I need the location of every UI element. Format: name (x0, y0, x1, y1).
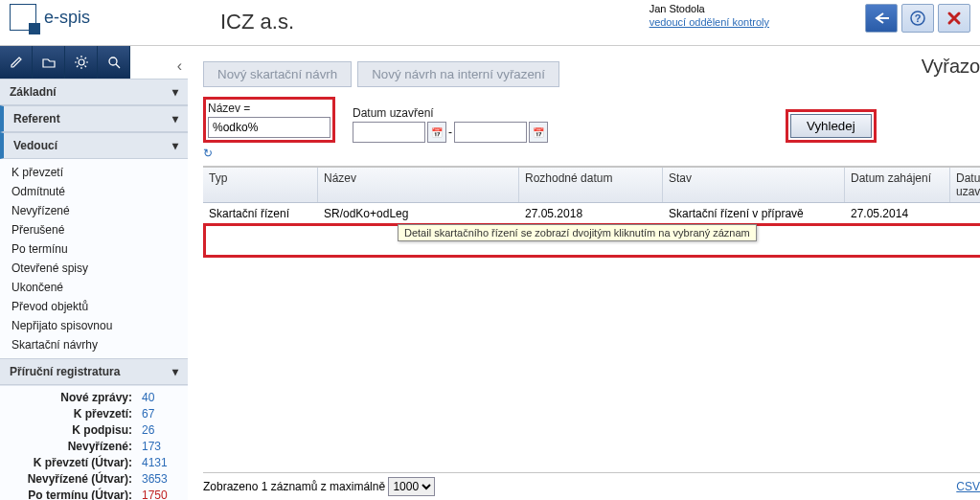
col-nazev[interactable]: Název (318, 168, 519, 202)
stats-panel: Nové zprávy:40 K převzetí:67 K podpisu:2… (0, 385, 188, 500)
new-skart-button[interactable]: Nový skartační návrh (203, 61, 352, 87)
stat-val[interactable]: 67 (142, 406, 180, 422)
company-title: ICZ a.s. (220, 10, 294, 34)
page-size-select[interactable]: 1000 (388, 477, 435, 496)
nav-prerusene[interactable]: Přerušené (0, 220, 188, 239)
svg-point-2 (79, 59, 84, 65)
nazev-highlight: Název = (203, 97, 335, 143)
nazev-label: Název = (208, 102, 330, 115)
stat-nevyrizene: Nevyřízené:173 (8, 439, 180, 455)
stat-nevyrizene-utvar: Nevyřízené (Útvar):3653 (8, 471, 180, 488)
page-title: Vyřazování (922, 56, 980, 78)
stat-nove-zpravy: Nové zprávy:40 (8, 390, 180, 406)
nazev-input[interactable] (208, 117, 330, 138)
svg-point-3 (109, 57, 117, 65)
search-button[interactable]: Vyhledej (790, 114, 872, 138)
sidebar: ‹ Základní▾ Referent▾ Vedoucí▾ K převzet… (0, 46, 188, 500)
table-row[interactable]: Skartační řízení SR/odKo+odLeg 27.05.201… (203, 203, 980, 224)
stat-val[interactable]: 173 (142, 439, 180, 455)
grid-header: Typ Název Rozhodné datum Stav Datum zahá… (203, 168, 980, 203)
date-from-input[interactable] (353, 122, 425, 143)
section-prirucni-label: Příruční registratura (10, 365, 120, 378)
main-content: Vyřazování Nový skartační návrh Nový náv… (188, 46, 980, 500)
section-zakladni-label: Základní (10, 85, 57, 99)
cell-nazev: SR/odKo+odLeg (318, 205, 519, 222)
results-grid: Typ Název Rozhodné datum Stav Datum zahá… (203, 166, 980, 258)
nav-nevyrizene[interactable]: Nevyřízené (0, 201, 188, 220)
tab-gear-icon[interactable] (65, 46, 98, 79)
logo: e-spis (10, 4, 192, 31)
stat-k-podpisu: K podpisu:26 (8, 422, 180, 439)
tab-search-icon[interactable] (98, 46, 130, 79)
top-buttons: Nový skartační návrh Nový návrh na inter… (203, 56, 980, 97)
nav-neprijato-spisovnou[interactable]: Nepřijato spisovnou (0, 316, 188, 335)
tab-edit-icon[interactable] (0, 46, 33, 79)
nav-ukoncene[interactable]: Ukončené (0, 278, 188, 297)
footer-summary-wrap: Zobrazeno 1 záznamů z maximálně 1000 (203, 477, 435, 496)
chevron-down-icon: ▾ (172, 85, 178, 99)
section-vedouci[interactable]: Vedoucí▾ (0, 132, 188, 159)
nav-skartacni-navrhy[interactable]: Skartační návrhy (0, 335, 188, 354)
col-zahajeni[interactable]: Datum zahájení (845, 168, 950, 202)
logo-icon (10, 4, 36, 31)
section-referent[interactable]: Referent▾ (0, 105, 188, 132)
col-rozhodne[interactable]: Rozhodné datum (519, 168, 663, 202)
calendar-icon[interactable]: 📅 (427, 122, 446, 143)
calendar-icon[interactable]: 📅 (529, 122, 548, 143)
date-to-input[interactable] (454, 122, 527, 143)
cell-zahajeni: 27.05.2014 (845, 205, 950, 222)
section-referent-label: Referent (13, 112, 60, 125)
stat-val[interactable]: 1750 (142, 488, 180, 500)
back-button[interactable] (865, 4, 898, 33)
filter-row: Název = Datum uzavření 📅 - 📅 Vyhledej (203, 97, 980, 143)
user-block: Jan Stodola vedoucí oddělení kontroly (650, 2, 769, 29)
stat-k-prevzeti-utvar: K převzetí (Útvar):4131 (8, 455, 180, 471)
chevron-down-icon: ▾ (172, 139, 178, 152)
col-uzavreni[interactable]: Datum uzavření (950, 168, 980, 202)
col-stav[interactable]: Stav (663, 168, 845, 202)
nav-k-prevzeti[interactable]: K převzetí (0, 163, 188, 182)
header-actions: ? (865, 4, 970, 33)
user-name: Jan Stodola (650, 2, 769, 15)
export-links: CSV XML (952, 480, 980, 493)
nav-otevrene-spisy[interactable]: Otevřené spisy (0, 259, 188, 278)
stat-k-prevzeti: K převzetí:67 (8, 406, 180, 422)
section-zakladni[interactable]: Základní▾ (0, 79, 188, 105)
tab-folder-icon[interactable] (33, 46, 65, 79)
app-header: e-spis ICZ a.s. Jan Stodola vedoucí oddě… (0, 0, 980, 46)
cell-rozhodne: 27.05.2018 (519, 205, 663, 222)
app-name: e-spis (44, 8, 90, 28)
stat-val[interactable]: 4131 (142, 455, 180, 471)
svg-text:?: ? (915, 12, 922, 24)
user-role[interactable]: vedoucí oddělení kontroly (650, 15, 769, 29)
stat-val[interactable]: 40 (142, 390, 180, 406)
row-highlight: Detail skartačního řízení se zobrazí dvo… (203, 223, 980, 258)
cell-typ: Skartační řízení (203, 205, 318, 222)
nav-prevod-objektu[interactable]: Převod objektů (0, 297, 188, 316)
row-tooltip: Detail skartačního řízení se zobrazí dvo… (398, 224, 757, 241)
refresh-icon[interactable]: ↻ (203, 147, 980, 160)
stat-po-terminu-utvar: Po termínu (Útvar):1750 (8, 488, 180, 500)
export-csv[interactable]: CSV (956, 480, 980, 493)
footer-summary: Zobrazeno 1 záznamů z maximálně (203, 480, 385, 493)
help-button[interactable]: ? (901, 4, 934, 33)
cell-uzavreni (950, 205, 980, 222)
cell-stav: Skartační řízení v přípravě (663, 205, 845, 222)
search-highlight: Vyhledej (786, 109, 877, 143)
nav-po-terminu[interactable]: Po termínu (0, 239, 188, 259)
nav-odmitnute[interactable]: Odmítnuté (0, 182, 188, 201)
close-button[interactable] (938, 4, 970, 33)
vedouci-list: K převzetí Odmítnuté Nevyřízené Přerušen… (0, 159, 188, 358)
chevron-down-icon: ▾ (172, 365, 178, 378)
stat-val[interactable]: 3653 (142, 471, 180, 488)
stat-val[interactable]: 26 (142, 422, 180, 439)
grid-footer: Zobrazeno 1 záznamů z maximálně 1000 CSV… (203, 472, 980, 500)
datum-label: Datum uzavření (353, 106, 548, 120)
col-typ[interactable]: Typ (203, 168, 318, 202)
collapse-sidebar-icon[interactable]: ‹ (177, 57, 182, 75)
chevron-down-icon: ▾ (172, 112, 178, 125)
section-vedouci-label: Vedoucí (13, 139, 57, 152)
section-prirucni[interactable]: Příruční registratura▾ (0, 358, 188, 385)
sidebar-toolbar: ‹ (0, 46, 188, 79)
new-internal-button[interactable]: Nový návrh na interní vyřazení (357, 61, 559, 87)
